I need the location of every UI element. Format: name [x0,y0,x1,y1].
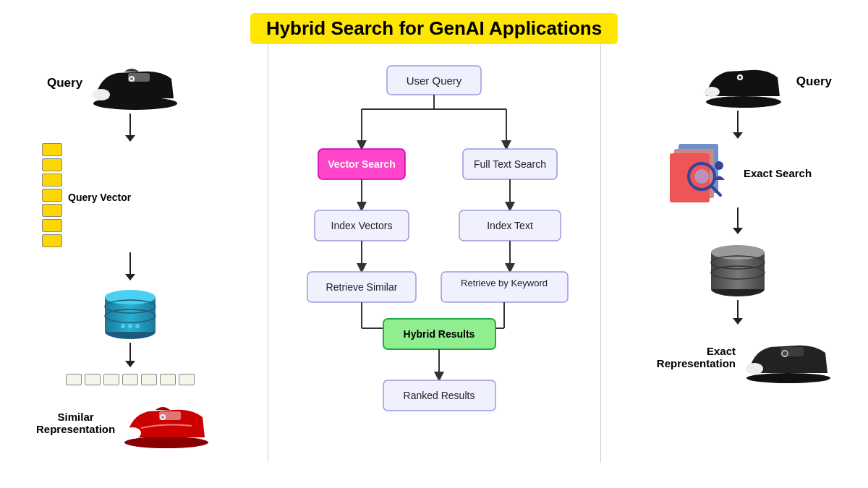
svg-text:Index Vectors: Index Vectors [331,220,393,231]
arrow-right-db-down [733,300,743,325]
arrow-db-to-result [125,343,135,367]
svg-text:Index Text: Index Text [487,220,533,231]
left-query-label: Query [47,76,82,90]
page-title: Hybrid Search for GenAI Applications [266,17,602,39]
page-container: Hybrid Search for GenAI Applications Que… [0,0,868,488]
svg-text:Ranked Results: Ranked Results [404,390,475,401]
similar-rep-label: SimilarRepresentation [36,411,115,435]
documents-icon [664,140,736,205]
similar-vector-output [66,374,195,385]
svg-point-67 [694,169,709,184]
query-vector-table [42,143,62,247]
svg-point-14 [124,427,141,439]
separator-right [600,43,601,463]
svg-text:Full Text Search: Full Text Search [474,158,546,170]
svg-point-60 [704,87,720,97]
arrow-right-query-down [733,111,743,139]
svg-point-10 [121,324,125,328]
svg-point-76 [746,363,763,374]
svg-text:User Query: User Query [407,74,462,87]
right-column: Query [637,51,861,384]
svg-rect-17 [159,411,181,420]
flow-diagram: User Query Vector Search Full Text Searc… [282,62,586,488]
svg-point-1 [93,89,110,100]
svg-point-13 [124,437,208,448]
svg-point-69 [715,161,723,170]
svg-rect-79 [780,347,804,356]
arrow-vector-to-db [125,252,135,281]
svg-text:Retrieve by Keyword: Retrieve by Keyword [461,278,548,288]
title-box: Hybrid Search for GenAI Applications [250,13,618,44]
title-section: Hybrid Search for GenAI Applications [250,13,618,44]
red-sneaker-icon [119,395,213,450]
database-icon [98,283,163,341]
svg-text:Vector Search: Vector Search [328,158,395,170]
query-vector-label: Query Vector [68,192,131,203]
svg-point-59 [706,96,781,108]
exact-search-label: Exact Search [744,167,812,179]
svg-point-62 [739,76,741,79]
arrow-query-to-vector [125,114,135,142]
right-query-label: Query [796,74,832,89]
arrow-right-to-db [733,207,743,234]
left-column: Query [7,51,231,450]
separator-left [268,43,268,463]
dark-database-icon [704,236,773,298]
svg-text:Retrieve Similar: Retrieve Similar [326,281,398,293]
svg-point-75 [746,373,830,383]
svg-point-12 [135,324,140,328]
black-sneaker-2-icon [700,59,787,108]
svg-point-11 [128,324,132,328]
black-sneaker-icon [88,59,182,111]
svg-text:Hybrid Results: Hybrid Results [404,328,475,340]
svg-rect-4 [128,73,150,82]
columns-container: Query [0,51,868,488]
black-sneaker-3-icon [741,330,835,384]
exact-rep-label: ExactRepresentation [657,345,736,369]
middle-column: User Query Vector Search Full Text Searc… [271,51,597,488]
